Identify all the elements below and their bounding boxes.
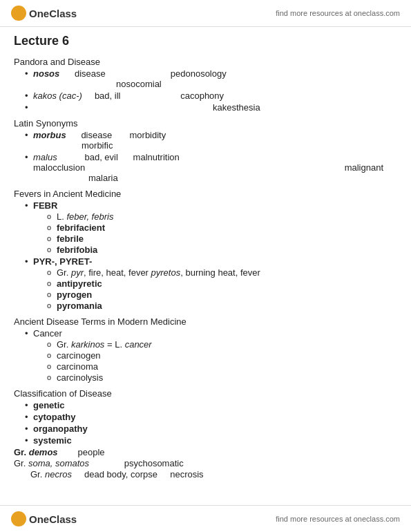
extra: morbidity bbox=[130, 130, 166, 140]
footer-link: find more resources at oneclass.com bbox=[276, 515, 400, 523]
malaria: malaria bbox=[33, 173, 397, 183]
necros-line: Gr. necros dead body, corpse necrosis bbox=[14, 469, 397, 479]
section-ancient: Ancient Disease Terms in Modern Medicine bbox=[14, 316, 397, 327]
header: OneClass find more resources at oneclass… bbox=[0, 0, 411, 27]
extra: kakesthesia bbox=[33, 102, 260, 113]
sub-item: Gr. pyr, fire, heat, fever pyretos, burn… bbox=[47, 267, 397, 278]
meaning: bad, evil bbox=[84, 152, 117, 162]
sub-item: carcinoma bbox=[47, 361, 397, 372]
list-item: kakesthesia bbox=[25, 102, 397, 113]
karkinos: karkinos bbox=[71, 339, 104, 350]
soma-line: Gr. soma, somatos psychosomatic bbox=[14, 458, 397, 468]
gr-label: Gr. bbox=[30, 469, 45, 479]
spacing bbox=[60, 447, 75, 457]
list-item: FEBR L. feber, febris febrifacient febri… bbox=[25, 200, 397, 255]
section-latin: Latin Synonyms bbox=[14, 118, 397, 129]
sub-item: carcinolysis bbox=[47, 372, 397, 383]
sub-item: pyrogen bbox=[47, 289, 397, 300]
footer-logo-icon bbox=[11, 511, 26, 526]
logo-text: OneClass bbox=[29, 8, 77, 19]
spacing bbox=[84, 91, 92, 101]
genetic: genetic bbox=[33, 400, 65, 410]
main-content: Lecture 6 Pandora and Disease nosos dise… bbox=[0, 27, 411, 522]
sub-item: pyromania bbox=[47, 301, 397, 311]
febrifacient: febrifacient bbox=[57, 222, 105, 233]
spacing bbox=[59, 152, 82, 162]
logo: OneClass bbox=[11, 6, 77, 21]
malocclusion: malocclusion bbox=[33, 162, 85, 173]
sub-item: antipyretic bbox=[47, 278, 397, 289]
extra2: nosocomial bbox=[33, 79, 397, 89]
pandora-list: nosos disease pedonosology nosocomial ka… bbox=[14, 68, 397, 113]
term: morbus bbox=[33, 130, 66, 140]
organopathy: organopathy bbox=[33, 424, 88, 434]
header-link: find more resources at oneclass.com bbox=[276, 9, 400, 17]
spacing bbox=[108, 68, 168, 79]
list-item: kakos (cac-) bad, ill cacophony bbox=[25, 91, 397, 101]
footer-logo-text: OneClass bbox=[29, 513, 77, 525]
gr-label: Gr. bbox=[14, 458, 28, 468]
spacing bbox=[115, 130, 127, 140]
sub-item: Gr. karkinos = L. cancer bbox=[47, 339, 397, 350]
people: people bbox=[78, 447, 105, 457]
demos: demos bbox=[29, 447, 58, 457]
term: malus bbox=[33, 152, 57, 162]
necrosis: necrosis bbox=[170, 469, 203, 479]
page-title: Lecture 6 bbox=[14, 34, 397, 48]
extra2: morbific bbox=[33, 140, 397, 151]
logo-icon bbox=[11, 6, 26, 21]
meaning: bad, ill bbox=[95, 91, 121, 101]
meaning: disease bbox=[75, 68, 106, 79]
fevers-list: FEBR L. feber, febris febrifacient febri… bbox=[14, 200, 397, 311]
term: nosos bbox=[33, 68, 59, 79]
meaning: disease bbox=[81, 130, 112, 140]
term: Cancer bbox=[33, 328, 62, 339]
psychosomatic: psychosomatic bbox=[124, 458, 184, 468]
spacing bbox=[62, 68, 72, 79]
sub-item: febrifobia bbox=[47, 245, 397, 255]
febrile: febrile bbox=[57, 234, 84, 244]
sub-item: febrile bbox=[47, 234, 397, 244]
cancer-sub: Gr. karkinos = L. cancer carcinogen carc… bbox=[33, 339, 397, 383]
list-item: cytopathy bbox=[25, 412, 397, 422]
section-pandora: Pandora and Disease bbox=[14, 57, 397, 67]
cytopathy: cytopathy bbox=[33, 412, 75, 422]
spacing bbox=[121, 152, 131, 162]
list-item: systemic bbox=[25, 435, 397, 446]
extra: pedonosology bbox=[171, 68, 227, 79]
list-item: nosos disease pedonosology nosocomial bbox=[25, 68, 397, 89]
febrifobia: febrifobia bbox=[57, 245, 97, 255]
gr-label: Gr. bbox=[14, 447, 29, 457]
systemic: systemic bbox=[33, 435, 72, 446]
necros: necros bbox=[45, 469, 72, 479]
pyromania: pyromania bbox=[57, 301, 102, 311]
cancer: cancer bbox=[125, 339, 152, 350]
spacing bbox=[75, 469, 82, 479]
febr-sub: L. feber, febris febrifacient febrile fe… bbox=[33, 211, 397, 255]
pyr-sub: Gr. pyr, fire, heat, fever pyretos, burn… bbox=[33, 267, 397, 311]
term: PYR-, PYRET- bbox=[33, 256, 92, 267]
spacing bbox=[92, 458, 122, 468]
sub-item: carcinogen bbox=[47, 350, 397, 361]
list-item: organopathy bbox=[25, 424, 397, 434]
sub-item: L. feber, febris bbox=[47, 211, 397, 222]
term: kakos (cac-) bbox=[33, 91, 82, 101]
antipyretic: antipyretic bbox=[57, 278, 102, 289]
footer-logo: OneClass bbox=[11, 511, 77, 526]
extra: malnutrition bbox=[133, 152, 180, 162]
section-fevers: Fevers in Ancient Medicine bbox=[14, 189, 397, 199]
section-classification: Classification of Disease bbox=[14, 388, 397, 399]
dead-body: dead body, corpse bbox=[84, 469, 157, 479]
extra: cacophony bbox=[180, 91, 224, 101]
spacing bbox=[68, 130, 78, 140]
footer: OneClass find more resources at oneclass… bbox=[0, 505, 411, 532]
malus-extras: malocclusion malignant bbox=[33, 162, 397, 173]
ancient-list: Cancer Gr. karkinos = L. cancer carcinog… bbox=[14, 328, 397, 383]
spacing bbox=[123, 91, 178, 101]
list-item: Cancer Gr. karkinos = L. cancer carcinog… bbox=[25, 328, 397, 383]
pyr: pyr bbox=[71, 267, 84, 278]
pyretos: pyretos bbox=[151, 267, 181, 278]
pyrogen: pyrogen bbox=[57, 289, 92, 300]
spacing bbox=[160, 469, 168, 479]
list-item: morbus disease morbidity morbific bbox=[25, 130, 397, 151]
